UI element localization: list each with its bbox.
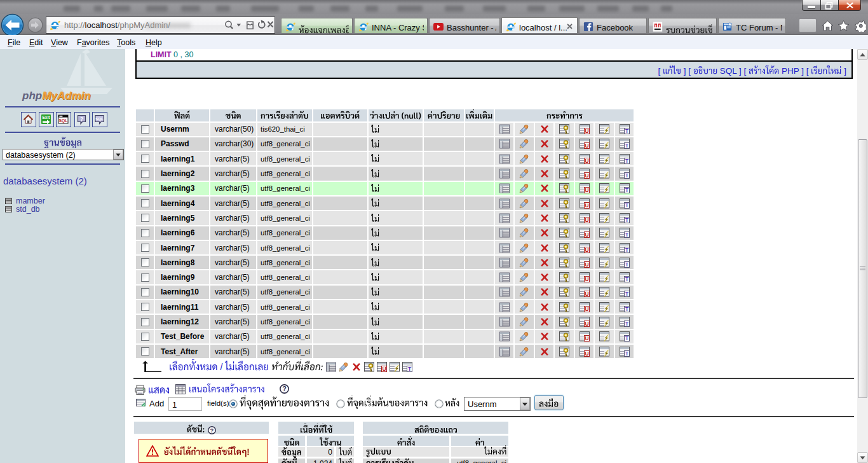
svg-text:Exit: Exit <box>43 115 51 120</box>
svg-text:?: ? <box>80 116 83 122</box>
svg-text:SQL: SQL <box>95 117 104 121</box>
svg-text:SQL: SQL <box>59 118 68 123</box>
